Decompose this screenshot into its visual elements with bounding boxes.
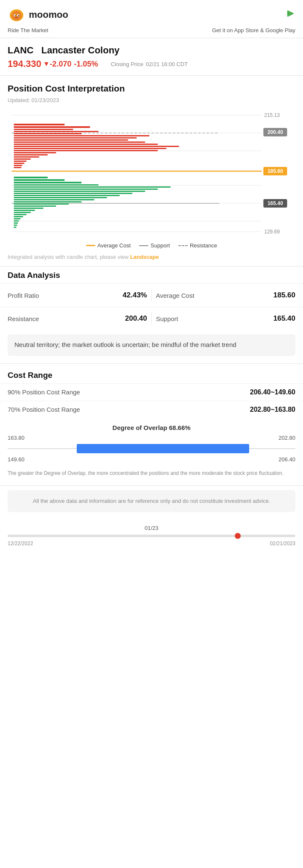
- resistance-value: 200.40: [125, 314, 147, 323]
- logo-area: moomoo: [8, 6, 68, 24]
- svg-text:129.69: 129.69: [264, 229, 280, 235]
- svg-rect-46: [14, 191, 145, 192]
- disclaimer: All the above data and information are f…: [8, 490, 295, 513]
- stock-price: 194.330: [8, 58, 42, 69]
- legend-avg-cost: Average Cost: [86, 242, 131, 249]
- data-pair-resistance: Resistance 200.40: [8, 312, 147, 325]
- svg-point-6: [15, 15, 16, 16]
- moomoo-logo-icon: [8, 6, 25, 24]
- svg-point-3: [11, 11, 22, 20]
- svg-rect-22: [14, 131, 99, 132]
- svg-point-7: [18, 15, 19, 16]
- svg-rect-61: [14, 222, 18, 224]
- landscape-link[interactable]: Landscape: [130, 254, 159, 260]
- svg-text:185.60: 185.60: [267, 168, 283, 174]
- logo-text: moomoo: [29, 9, 68, 20]
- svg-rect-42: [14, 182, 82, 183]
- neutral-box: Neutral territory; the market outlook is…: [8, 334, 295, 356]
- svg-rect-43: [14, 184, 99, 186]
- svg-rect-53: [14, 205, 56, 207]
- cost-range-row-90: 90% Position Cost Range 206.40~149.60: [0, 383, 303, 401]
- timeline-section: 01/23 12/22/2022 02/21/2023: [0, 521, 303, 546]
- data-pair-avg-cost: Average Cost 185.60: [156, 289, 295, 302]
- svg-rect-48: [14, 195, 120, 196]
- closing-date: 02/21 16:00 CDT: [146, 61, 188, 67]
- svg-rect-37: [14, 163, 25, 164]
- svg-rect-54: [14, 208, 44, 209]
- section-heading: Position Cost Interpretation: [0, 76, 303, 95]
- timeline-thumb[interactable]: [235, 533, 241, 539]
- overlap-upper-labels: 163.80 202.80: [8, 435, 295, 443]
- svg-rect-45: [14, 189, 158, 190]
- price-pct: -1.05%: [74, 60, 98, 69]
- landscape-note: Integrated analysis with candle chart, p…: [0, 251, 303, 266]
- landscape-note-text: Integrated analysis with candle chart, p…: [8, 254, 128, 260]
- data-pair-support: Support 165.40: [156, 312, 295, 325]
- overlap-upper-left: 163.80: [8, 435, 25, 441]
- chart-container: 215.13 193.77 172.41 151.05 129.69 200.4…: [8, 107, 295, 238]
- svg-rect-59: [14, 218, 21, 219]
- get-app-cta: Get it on App Store & Google Play: [212, 27, 295, 33]
- cost-range-row-70: 70% Position Cost Range 202.80~163.80: [0, 401, 303, 418]
- svg-rect-21: [14, 129, 73, 130]
- svg-rect-58: [14, 216, 23, 217]
- profit-ratio-value: 42.43%: [122, 291, 147, 300]
- stock-ticker: LANC: [8, 45, 33, 55]
- timeline-ends: 12/22/2022 02/21/2023: [8, 541, 295, 546]
- svg-rect-57: [14, 214, 27, 215]
- legend-resistance-line: [178, 245, 188, 246]
- svg-rect-47: [14, 193, 133, 194]
- overlap-note: The greater the Degree of Overlap, the m…: [0, 465, 303, 485]
- svg-rect-60: [14, 220, 19, 222]
- stock-name: Lancaster Colony: [41, 45, 120, 55]
- avg-cost-label: Average Cost: [156, 292, 195, 299]
- overlap-bar-blue: [77, 444, 249, 453]
- svg-rect-20: [14, 126, 90, 128]
- legend-avg-cost-label: Average Cost: [97, 242, 131, 249]
- support-value: 165.40: [273, 314, 295, 323]
- svg-rect-56: [14, 212, 31, 213]
- android-icon[interactable]: [286, 9, 295, 21]
- cost-range-title: Cost Range: [0, 364, 303, 383]
- price-change: -2.070: [50, 60, 71, 69]
- closing-price-label: Closing Price: [111, 61, 143, 67]
- svg-rect-34: [14, 156, 39, 158]
- legend-support: Support: [139, 242, 170, 249]
- svg-text:200.40: 200.40: [267, 129, 283, 135]
- range-70-value: 202.80~163.80: [250, 406, 295, 413]
- svg-rect-41: [14, 179, 65, 181]
- svg-rect-19: [14, 124, 65, 125]
- overlap-container: Degree of Overlap 68.66% 163.80 202.80 1…: [8, 424, 295, 463]
- svg-rect-62: [14, 225, 17, 226]
- svg-rect-49: [14, 197, 107, 198]
- timeline-track[interactable]: [8, 535, 295, 537]
- timeline-right-date: 02/21/2023: [270, 541, 295, 546]
- stock-info: LANC Lancaster Colony 194.330 ▼ -2.070 -…: [0, 38, 303, 75]
- data-separator-1: [151, 289, 152, 302]
- overlap-upper-right: 202.80: [278, 435, 295, 441]
- svg-rect-23: [14, 133, 82, 134]
- overlap-title: Degree of Overlap 68.66%: [8, 424, 295, 431]
- stock-price-row: 194.330 ▼ -2.070 -1.05% Closing Price 02…: [8, 58, 295, 69]
- legend-avg-cost-line: [86, 245, 95, 246]
- svg-rect-25: [14, 137, 137, 139]
- support-label: Support: [156, 315, 178, 322]
- legend-resistance: Resistance: [178, 242, 217, 249]
- svg-rect-44: [14, 186, 171, 188]
- data-analysis-title: Data Analysis: [0, 266, 303, 283]
- svg-rect-28: [14, 144, 158, 145]
- price-down-arrow: ▼: [43, 60, 50, 68]
- overlap-lower-right: 206.40: [278, 456, 295, 463]
- data-separator-2: [151, 312, 152, 325]
- range-70-label: 70% Position Cost Range: [8, 406, 80, 413]
- chart-legend: Average Cost Support Resistance: [0, 238, 303, 251]
- svg-rect-29: [14, 146, 179, 147]
- svg-rect-35: [14, 158, 31, 160]
- header-sub: Ride The Market Get it on App Store & Go…: [0, 27, 303, 38]
- svg-rect-24: [14, 135, 150, 136]
- svg-rect-30: [14, 148, 167, 149]
- section-divider-3: [0, 485, 303, 486]
- range-90-label: 90% Position Cost Range: [8, 388, 80, 396]
- updated-label: Updated: 01/23/2023: [0, 95, 303, 107]
- svg-rect-33: [14, 154, 48, 155]
